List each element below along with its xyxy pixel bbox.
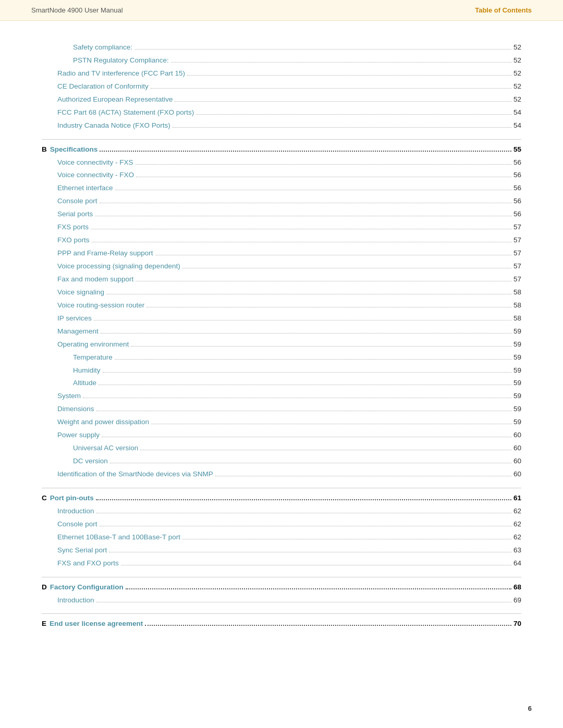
- toc-item-humidity[interactable]: Humidity59: [42, 365, 521, 377]
- toc-item-sync-serial-c[interactable]: Sync Serial port63: [42, 545, 521, 557]
- toc-item-fax-modem[interactable]: Fax and modem support57: [42, 274, 521, 286]
- toc-item-auth-european[interactable]: Authorized European Representative52: [42, 94, 521, 106]
- toc-item-ip-services[interactable]: IP services58: [42, 313, 521, 325]
- toc-item-ppp-frame[interactable]: PPP and Frame-Relay support57: [42, 248, 521, 260]
- section-row-e[interactable]: EEnd user license agreement70: [42, 618, 521, 630]
- page: SmartNode 4900 User Manual Table of Cont…: [0, 0, 563, 728]
- toc-dots-fxs-fxo-c: [121, 565, 511, 565]
- toc-page-weight-power: 59: [513, 416, 521, 428]
- section-title-e: End user license agreement: [50, 618, 143, 630]
- section-row-b[interactable]: BSpecifications55: [42, 144, 521, 156]
- toc-item-voice-fxs[interactable]: Voice connectivity - FXS56: [42, 157, 521, 169]
- toc-dots-operating-env: [131, 346, 511, 347]
- toc-page-auth-european: 52: [513, 94, 521, 106]
- toc-label-altitude: Altitude: [73, 377, 96, 389]
- toc-item-console-port[interactable]: Console port56: [42, 195, 521, 207]
- toc-item-system[interactable]: System59: [42, 390, 521, 402]
- toc-label-dimensions: Dimensions: [57, 403, 94, 415]
- toc-item-industry-canada[interactable]: Industry Canada Notice (FXO Ports)54: [42, 120, 521, 132]
- toc-dots-universal-ac: [140, 450, 511, 450]
- toc-header-label: Table of Contents: [475, 6, 532, 14]
- toc-label-sync-serial-c: Sync Serial port: [57, 545, 107, 557]
- toc-label-fxs-ports: FXS ports: [57, 221, 89, 233]
- toc-dots-auth-european: [175, 101, 511, 102]
- toc-label-power-supply: Power supply: [57, 429, 100, 441]
- toc-page-ppp-frame: 57: [513, 248, 521, 260]
- toc-dots-system: [83, 398, 511, 398]
- toc-item-console-port-c[interactable]: Console port62: [42, 519, 521, 530]
- toc-page-ip-services: 58: [513, 313, 521, 325]
- toc-dots-fxo-ports: [92, 242, 511, 242]
- toc-page-ethernet-iface: 56: [513, 182, 521, 194]
- toc-label-pstn-compliance: PSTN Regulatory Compliance:: [73, 55, 169, 67]
- toc-label-console-port: Console port: [57, 195, 97, 207]
- toc-item-fcc-part68[interactable]: FCC Part 68 (ACTA) Statement (FXO ports)…: [42, 107, 521, 119]
- toc-label-universal-ac: Universal AC version: [73, 442, 138, 454]
- toc-page-voice-fxo: 56: [513, 169, 521, 181]
- toc-dots-temperature: [115, 359, 511, 360]
- toc-label-fax-modem: Fax and modem support: [57, 274, 133, 286]
- toc-label-voice-fxo: Voice connectivity - FXO: [57, 169, 134, 181]
- toc-dots-safety-compliance: [134, 49, 511, 50]
- toc-page-temperature: 59: [513, 352, 521, 364]
- toc-page-fxs-ports: 57: [513, 221, 521, 233]
- toc-item-pstn-compliance[interactable]: PSTN Regulatory Compliance: 52: [42, 55, 521, 67]
- toc-item-fxo-ports[interactable]: FXO ports57: [42, 235, 521, 246]
- toc-item-intro-c[interactable]: Introduction62: [42, 505, 521, 517]
- section-row-d[interactable]: DFactory Configuration68: [42, 582, 521, 594]
- toc-item-voice-signaling[interactable]: Voice signaling58: [42, 287, 521, 299]
- toc-page-serial-ports: 56: [513, 208, 521, 220]
- toc-item-dimensions[interactable]: Dimensions59: [42, 403, 521, 415]
- section-page-d: 68: [513, 582, 521, 594]
- toc-page-fcc-part68: 54: [513, 107, 521, 119]
- toc-item-weight-power[interactable]: Weight and power dissipation59: [42, 416, 521, 428]
- top-entries-group: Safety compliance: 52PSTN Regulatory Com…: [42, 42, 521, 132]
- toc-item-temperature[interactable]: Temperature59: [42, 352, 521, 364]
- toc-item-radio-tv[interactable]: Radio and TV interference (FCC Part 15)5…: [42, 68, 521, 80]
- toc-label-weight-power: Weight and power dissipation: [57, 416, 149, 428]
- toc-dots-ce-declaration: [151, 88, 511, 89]
- section-dots-c: [96, 499, 511, 500]
- toc-page-voice-signaling: 58: [513, 287, 521, 299]
- toc-item-ethernet-iface[interactable]: Ethernet interface56: [42, 182, 521, 194]
- toc-page-industry-canada: 54: [513, 120, 521, 132]
- toc-item-serial-ports[interactable]: Serial ports56: [42, 208, 521, 220]
- toc-item-ce-declaration[interactable]: CE Declaration of Conformity52: [42, 81, 521, 93]
- toc-item-altitude[interactable]: Altitude59: [42, 377, 521, 389]
- toc-item-voice-processing[interactable]: Voice processing (signaling dependent)57: [42, 261, 521, 273]
- sections-group: BSpecifications55Voice connectivity - FX…: [42, 139, 521, 631]
- toc-item-power-supply[interactable]: Power supply60: [42, 429, 521, 441]
- toc-page-console-port: 56: [513, 195, 521, 207]
- toc-page-voice-processing: 57: [513, 261, 521, 273]
- toc-item-intro-d[interactable]: Introduction69: [42, 595, 521, 607]
- toc-label-auth-european: Authorized European Representative: [57, 94, 173, 106]
- toc-page-pstn-compliance: 52: [513, 55, 521, 67]
- toc-page-universal-ac: 60: [513, 442, 521, 454]
- toc-label-operating-env: Operating environment: [57, 339, 129, 351]
- toc-label-system: System: [57, 390, 81, 402]
- toc-label-console-port-c: Console port: [57, 519, 97, 530]
- toc-dots-sync-serial-c: [109, 552, 511, 552]
- toc-page-voice-fxs: 56: [513, 157, 521, 169]
- toc-item-management[interactable]: Management59: [42, 326, 521, 338]
- toc-dots-voice-fxo: [136, 177, 511, 177]
- toc-item-safety-compliance[interactable]: Safety compliance: 52: [42, 42, 521, 54]
- toc-label-industry-canada: Industry Canada Notice (FXO Ports): [57, 120, 170, 132]
- toc-item-identification-snmp[interactable]: Identification of the SmartNode devices …: [42, 468, 521, 480]
- toc-item-fxs-fxo-c[interactable]: FXS and FXO ports64: [42, 558, 521, 570]
- toc-label-serial-ports: Serial ports: [57, 208, 93, 220]
- toc-item-operating-env[interactable]: Operating environment59: [42, 339, 521, 351]
- toc-item-ethernet-port-c[interactable]: Ethernet 10Base-T and 100Base-T port62: [42, 532, 521, 544]
- toc-dots-fxs-ports: [91, 229, 511, 229]
- section-row-c[interactable]: CPort pin-outs61: [42, 492, 521, 504]
- page-header: SmartNode 4900 User Manual Table of Cont…: [0, 0, 563, 21]
- toc-item-dc-version[interactable]: DC version60: [42, 455, 521, 467]
- toc-item-voice-fxo[interactable]: Voice connectivity - FXO56: [42, 169, 521, 181]
- toc-dots-ethernet-iface: [115, 190, 511, 190]
- section-title-d: Factory Configuration: [50, 582, 124, 594]
- toc-item-voice-routing[interactable]: Voice routing-session router58: [42, 300, 521, 312]
- toc-item-universal-ac[interactable]: Universal AC version60: [42, 442, 521, 454]
- toc-item-fxs-ports[interactable]: FXS ports57: [42, 221, 521, 233]
- toc-label-safety-compliance: Safety compliance:: [73, 42, 132, 54]
- toc-dots-ethernet-port-c: [182, 539, 511, 539]
